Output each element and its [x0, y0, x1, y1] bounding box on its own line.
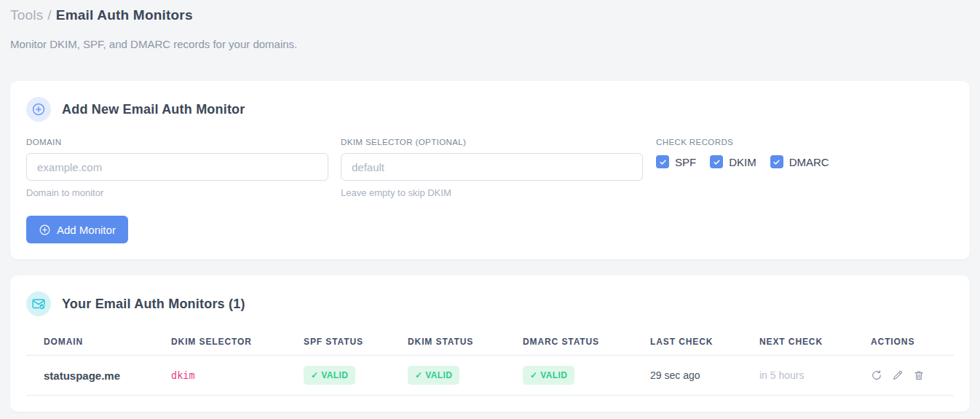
plus-circle-icon — [39, 224, 51, 236]
column-header-domain: DOMAIN — [26, 326, 154, 356]
monitor-domain: statuspage.me — [26, 356, 154, 396]
add-monitor-card: Add New Email Auth Monitor DOMAIN Domain… — [10, 81, 970, 259]
table-header-row: DOMAIN DKIM SELECTOR SPF STATUS DKIM STA… — [26, 326, 954, 356]
monitors-card-header: Your Email Auth Monitors (1) — [26, 291, 954, 316]
checkbox-spf-label: SPF — [675, 156, 696, 168]
check-records-options: SPF DKIM DMARC — [656, 155, 829, 168]
check-records-label: CHECK RECORDS — [656, 138, 829, 146]
dkim-selector-field-label: DKIM SELECTOR (OPTIONAL) — [341, 138, 643, 146]
checkbox-dkim[interactable]: DKIM — [710, 155, 756, 168]
spf-status-badge: ✓ VALID — [304, 366, 355, 385]
column-header-dkim-status: DKIM STATUS — [390, 326, 505, 356]
checkbox-spf[interactable]: SPF — [656, 155, 696, 168]
page-subtitle: Monitor DKIM, SPF, and DMARC records for… — [10, 38, 970, 50]
email-check-icon — [26, 291, 51, 316]
monitor-dkim-selector: dkim — [154, 356, 286, 396]
plus-circle-icon — [26, 97, 51, 122]
dkim-selector-field-group: DKIM SELECTOR (OPTIONAL) Leave empty to … — [341, 138, 643, 198]
delete-icon[interactable] — [913, 369, 925, 381]
checkbox-dmarc-label: DMARC — [789, 156, 829, 168]
refresh-icon[interactable] — [871, 369, 882, 381]
add-monitor-form: DOMAIN Domain to monitor DKIM SELECTOR (… — [26, 138, 954, 198]
add-monitor-button[interactable]: Add Monitor — [26, 216, 128, 243]
domain-field-label: DOMAIN — [26, 138, 328, 146]
add-monitor-card-header: Add New Email Auth Monitor — [26, 97, 954, 122]
column-header-actions: ACTIONS — [853, 326, 954, 356]
monitor-next-check: in 5 hours — [742, 356, 853, 396]
monitor-last-check: 29 sec ago — [633, 356, 742, 396]
checkmark-icon — [710, 155, 723, 168]
checkbox-dkim-label: DKIM — [729, 156, 756, 168]
checkmark-icon — [656, 155, 669, 168]
dkim-selector-helper-text: Leave empty to skip DKIM — [341, 187, 643, 198]
dmarc-status-badge: ✓ VALID — [523, 366, 574, 385]
breadcrumb-tools-link[interactable]: Tools — [10, 7, 43, 23]
breadcrumb-separator: / — [47, 7, 51, 23]
check-records-group: CHECK RECORDS SPF DKIM — [656, 138, 829, 198]
dkim-selector-input[interactable] — [341, 153, 643, 181]
dkim-status-badge: ✓ VALID — [408, 366, 459, 385]
domain-field-group: DOMAIN Domain to monitor — [26, 138, 328, 198]
domain-input[interactable] — [26, 153, 328, 181]
column-header-spf-status: SPF STATUS — [286, 326, 390, 356]
page-title: Email Auth Monitors — [56, 7, 193, 23]
table-row: statuspage.me dkim ✓ VALID ✓ VALID ✓ VAL… — [26, 356, 954, 396]
edit-icon[interactable] — [892, 369, 904, 381]
column-header-next-check: NEXT CHECK — [742, 326, 853, 356]
column-header-dkim-selector: DKIM SELECTOR — [154, 326, 286, 356]
add-monitor-button-label: Add Monitor — [57, 224, 116, 236]
column-header-last-check: LAST CHECK — [633, 326, 742, 356]
row-actions — [871, 369, 954, 381]
add-monitor-card-title: Add New Email Auth Monitor — [62, 102, 245, 117]
monitors-list-card: Your Email Auth Monitors (1) DOMAIN DKIM… — [10, 275, 970, 412]
checkmark-icon — [770, 155, 783, 168]
monitors-table: DOMAIN DKIM SELECTOR SPF STATUS DKIM STA… — [26, 326, 954, 396]
domain-helper-text: Domain to monitor — [26, 187, 328, 198]
breadcrumb: Tools/Email Auth Monitors — [10, 7, 970, 23]
monitors-card-title: Your Email Auth Monitors (1) — [62, 297, 245, 312]
checkbox-dmarc[interactable]: DMARC — [770, 155, 829, 168]
column-header-dmarc-status: DMARC STATUS — [505, 326, 633, 356]
email-auth-monitors-page: Tools/Email Auth Monitors Monitor DKIM, … — [0, 0, 980, 412]
